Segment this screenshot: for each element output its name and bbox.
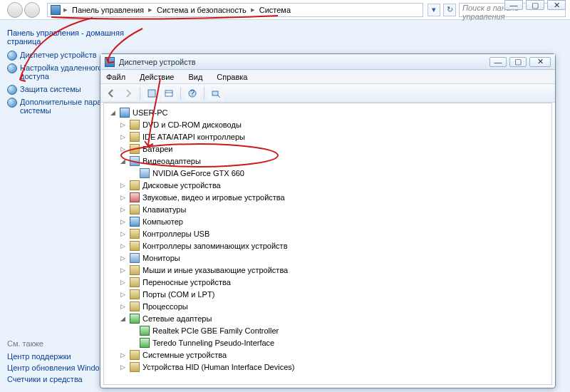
toolbar-separator <box>204 87 204 100</box>
breadcrumb-seg-0[interactable]: Панель управления <box>71 6 145 14</box>
expand-toggle-icon[interactable]: ▷ <box>118 278 127 287</box>
svg-rect-0 <box>148 90 155 97</box>
tree-category[interactable]: ▷Мыши и иные указывающие устройства <box>108 264 549 276</box>
parent-close-button[interactable]: ✕ <box>547 0 566 10</box>
menu-action[interactable]: Действие <box>137 71 177 83</box>
expand-toggle-icon[interactable]: ▷ <box>118 133 127 141</box>
svg-rect-5 <box>212 91 218 96</box>
tree-label: Батареи <box>142 145 173 153</box>
expand-toggle-icon[interactable]: ▷ <box>118 363 127 371</box>
tree-label: Контроллеры запоминающих устройств <box>142 242 287 250</box>
tree-category[interactable]: ◢Видеоадаптеры <box>108 155 549 167</box>
toolbar-separator <box>180 87 181 100</box>
expand-toggle-icon[interactable]: ▷ <box>118 229 127 238</box>
tree-device[interactable]: Teredo Tunneling Pseudo-Interface <box>108 337 549 349</box>
expand-toggle-icon[interactable]: ▷ <box>118 193 127 202</box>
device-icon <box>130 156 140 166</box>
menu-file[interactable]: Файл <box>103 71 128 83</box>
device-manager-icon <box>105 57 115 67</box>
expand-toggle-icon[interactable]: ◢ <box>108 108 117 117</box>
device-icon <box>130 265 140 275</box>
toolbar-scan-button[interactable] <box>208 86 224 100</box>
tree-label: Процессоры <box>142 302 188 311</box>
expand-toggle-icon[interactable]: ▷ <box>118 242 127 250</box>
expand-toggle-icon[interactable] <box>128 326 137 335</box>
tree-category[interactable]: ▷Системные устройства <box>108 349 549 361</box>
expand-toggle-icon[interactable]: ▷ <box>118 145 127 153</box>
tree-label: IDE ATA/ATAPI контроллеры <box>142 133 245 141</box>
toolbar-show-hidden-button[interactable] <box>144 86 160 100</box>
toolbar-separator <box>140 87 140 100</box>
expand-toggle-icon[interactable] <box>128 339 137 347</box>
expand-toggle-icon[interactable]: ▷ <box>118 205 127 214</box>
expand-toggle-icon[interactable]: ▷ <box>118 181 127 190</box>
tree-category[interactable]: ▷IDE ATA/ATAPI контроллеры <box>108 131 549 143</box>
menu-help[interactable]: Справка <box>214 71 250 83</box>
tree-category[interactable]: ▷Устройства HID (Human Interface Devices… <box>108 361 549 373</box>
close-button[interactable]: ✕ <box>529 57 551 67</box>
expand-toggle-icon[interactable]: ▷ <box>118 120 127 129</box>
device-tree[interactable]: ◢USER-PC▷DVD и CD-ROM дисководы▷IDE ATA/… <box>103 103 552 385</box>
parent-minimize-button[interactable]: — <box>504 0 523 10</box>
device-icon <box>120 108 130 118</box>
expand-toggle-icon[interactable]: ▷ <box>118 266 127 274</box>
breadcrumb-sep-icon: ▸ <box>63 5 68 14</box>
expand-toggle-icon[interactable]: ◢ <box>118 314 127 323</box>
expand-toggle-icon[interactable]: ▷ <box>118 217 127 226</box>
address-dropdown-button[interactable]: ▾ <box>428 4 440 16</box>
device-icon <box>130 277 140 287</box>
tree-label: Мыши и иные указывающие устройства <box>142 266 288 274</box>
nav-forward-button[interactable] <box>24 2 40 18</box>
tree-label: DVD и CD-ROM дисководы <box>142 120 242 129</box>
expand-toggle-icon[interactable]: ▷ <box>118 302 127 311</box>
breadcrumb[interactable]: ▸ Панель управления ▸ Система и безопасн… <box>47 3 423 17</box>
tree-label: Realtek PCIe GBE Family Controller <box>152 326 279 335</box>
device-manager-titlebar[interactable]: Диспетчер устройств — ▢ ✕ <box>100 54 555 70</box>
nav-back-button[interactable] <box>7 2 23 18</box>
expand-toggle-icon[interactable]: ▷ <box>118 254 127 262</box>
device-icon <box>130 362 140 372</box>
device-manager-title: Диспетчер устройств <box>119 58 489 66</box>
parent-address-bar: ▸ Панель управления ▸ Система и безопасн… <box>0 0 570 20</box>
tree-root[interactable]: ◢USER-PC <box>108 107 549 118</box>
tree-category[interactable]: ▷DVD и CD-ROM дисководы <box>108 119 549 130</box>
expand-toggle-icon[interactable] <box>128 169 137 177</box>
expand-toggle-icon[interactable]: ◢ <box>118 157 127 165</box>
sidebar-heading[interactable]: Панель управления - домашняя страница <box>7 29 128 46</box>
breadcrumb-seg-1[interactable]: Система и безопасность <box>155 6 248 14</box>
tree-category[interactable]: ▷Батареи <box>108 143 549 155</box>
minimize-button[interactable]: — <box>489 57 507 67</box>
tree-label: Мониторы <box>142 254 180 262</box>
device-icon <box>130 229 140 239</box>
tree-category[interactable]: ▷Звуковые, видео и игровые устройства <box>108 192 549 203</box>
tree-category[interactable]: ▷Компьютер <box>108 216 549 227</box>
tree-label: Контроллеры USB <box>142 229 209 238</box>
device-icon <box>130 350 140 360</box>
device-icon <box>130 301 140 311</box>
tree-device[interactable]: NVIDIA GeForce GTX 660 <box>108 167 549 179</box>
toolbar-back-button[interactable] <box>103 86 119 100</box>
toolbar-help-button[interactable]: ? <box>185 86 200 100</box>
toolbar-forward-button[interactable] <box>120 86 136 100</box>
tree-category[interactable]: ▷Порты (COM и LPT) <box>108 289 549 300</box>
device-icon <box>140 338 150 348</box>
parent-maximize-button[interactable]: ▢ <box>526 0 544 10</box>
tree-category[interactable]: ▷Контроллеры запоминающих устройств <box>108 240 549 252</box>
tree-category[interactable]: ▷Процессоры <box>108 301 549 312</box>
toolbar-properties-button[interactable] <box>161 86 177 100</box>
refresh-button[interactable]: ↻ <box>443 4 456 16</box>
tree-category[interactable]: ▷Клавиатуры <box>108 204 549 215</box>
expand-toggle-icon[interactable]: ▷ <box>118 290 127 299</box>
tree-category[interactable]: ▷Дисковые устройства <box>108 180 549 191</box>
menu-view[interactable]: Вид <box>185 71 205 83</box>
tree-category[interactable]: ▷Переносные устройства <box>108 277 549 288</box>
expand-toggle-icon[interactable]: ▷ <box>118 351 127 359</box>
device-icon <box>140 326 150 336</box>
tree-category[interactable]: ▷Мониторы <box>108 252 549 264</box>
maximize-button[interactable]: ▢ <box>509 57 527 67</box>
tree-category[interactable]: ◢Сетевые адаптеры <box>108 313 549 324</box>
tree-category[interactable]: ▷Контроллеры USB <box>108 228 549 239</box>
breadcrumb-seg-2[interactable]: Система <box>258 6 292 14</box>
device-icon <box>140 168 150 178</box>
tree-device[interactable]: Realtek PCIe GBE Family Controller <box>108 325 549 336</box>
